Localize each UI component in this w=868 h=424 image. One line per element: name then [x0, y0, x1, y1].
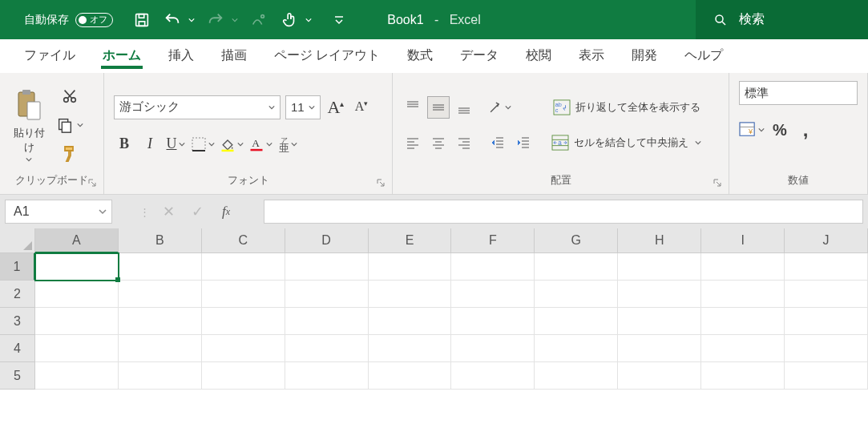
cell[interactable]	[35, 308, 119, 335]
shrink-font-button[interactable]: A▾	[351, 97, 372, 118]
cell[interactable]	[369, 308, 452, 335]
cell[interactable]	[451, 281, 535, 308]
insert-function-button[interactable]: fx	[216, 201, 236, 222]
cell[interactable]	[618, 253, 701, 281]
redo-button[interactable]	[204, 9, 227, 31]
cell[interactable]	[535, 335, 618, 362]
clipboard-dialog-launcher[interactable]	[86, 176, 99, 189]
select-all-corner[interactable]	[0, 228, 35, 253]
cell[interactable]	[202, 335, 285, 362]
cell[interactable]	[369, 335, 452, 362]
cell[interactable]	[35, 335, 119, 362]
cell[interactable]	[35, 362, 119, 390]
cell[interactable]	[701, 281, 785, 308]
font-dialog-launcher[interactable]	[374, 176, 387, 189]
tab-review[interactable]: 校閲	[524, 42, 553, 69]
cell[interactable]	[451, 335, 535, 362]
redo-caret[interactable]	[230, 9, 240, 31]
tab-help[interactable]: ヘルプ	[683, 42, 725, 69]
ink-replay-button[interactable]	[248, 9, 270, 31]
cell[interactable]	[451, 253, 535, 281]
row-header[interactable]: 1	[0, 253, 35, 281]
qat-customize-button[interactable]	[328, 9, 350, 31]
decrease-indent-button[interactable]	[487, 132, 508, 153]
formula-menu-icon[interactable]: ⋮	[139, 206, 150, 218]
cell[interactable]	[369, 253, 452, 281]
tab-home[interactable]: ホーム	[101, 42, 143, 69]
column-header[interactable]: B	[119, 228, 202, 253]
tab-developer[interactable]: 開発	[630, 42, 659, 69]
italic-button[interactable]: I	[139, 134, 160, 155]
cell[interactable]	[785, 362, 868, 390]
touch-caret[interactable]	[304, 9, 313, 31]
cell[interactable]	[369, 362, 452, 390]
touch-mode-button[interactable]	[278, 9, 301, 31]
tab-view[interactable]: 表示	[577, 42, 606, 69]
cell[interactable]	[119, 281, 202, 308]
cell[interactable]	[785, 281, 868, 308]
merge-center-button[interactable]: a セルを結合して中央揃え	[551, 132, 701, 153]
cut-button[interactable]	[56, 86, 83, 107]
cell[interactable]	[701, 362, 785, 390]
column-header[interactable]: D	[285, 228, 369, 253]
paste-button[interactable]: 貼り付け	[10, 87, 48, 163]
cell[interactable]	[451, 308, 535, 335]
cell[interactable]	[119, 308, 202, 335]
align-center-button[interactable]	[428, 132, 449, 153]
align-bottom-button[interactable]	[454, 97, 474, 118]
row-header[interactable]: 5	[0, 362, 35, 390]
cell[interactable]	[285, 335, 369, 362]
cell[interactable]	[119, 335, 202, 362]
grow-font-button[interactable]: A▴	[325, 97, 346, 118]
cell[interactable]	[535, 362, 618, 390]
cell[interactable]	[35, 253, 119, 281]
format-painter-button[interactable]	[56, 143, 83, 164]
cell[interactable]	[202, 308, 285, 335]
cell[interactable]	[701, 335, 785, 362]
border-button[interactable]	[191, 134, 215, 155]
percent-button[interactable]: %	[769, 119, 790, 140]
fill-color-button[interactable]	[220, 134, 244, 155]
undo-button[interactable]	[161, 9, 184, 31]
autosave-toggle[interactable]: 自動保存 オフ	[24, 13, 113, 27]
cell[interactable]	[618, 362, 701, 390]
cell[interactable]	[35, 281, 119, 308]
bold-button[interactable]: B	[114, 134, 135, 155]
cell[interactable]	[285, 281, 369, 308]
alignment-dialog-launcher[interactable]	[711, 176, 724, 189]
tab-file[interactable]: ファイル	[22, 42, 77, 69]
cell[interactable]	[285, 253, 369, 281]
cell[interactable]	[618, 281, 701, 308]
cell[interactable]	[202, 362, 285, 390]
align-top-button[interactable]	[402, 97, 423, 118]
align-left-button[interactable]	[402, 132, 423, 153]
cell[interactable]	[119, 362, 202, 390]
comma-button[interactable]: ,	[795, 119, 816, 140]
align-middle-button[interactable]	[428, 97, 449, 118]
increase-indent-button[interactable]	[513, 132, 534, 153]
cell[interactable]	[285, 308, 369, 335]
cell[interactable]	[202, 281, 285, 308]
column-header[interactable]: J	[785, 228, 868, 253]
tab-insert[interactable]: 挿入	[167, 42, 196, 69]
column-header[interactable]: G	[535, 228, 618, 253]
tab-data[interactable]: データ	[458, 42, 500, 69]
cell[interactable]	[618, 335, 701, 362]
row-header[interactable]: 2	[0, 281, 35, 308]
cell[interactable]	[785, 253, 868, 281]
cell[interactable]	[202, 253, 285, 281]
name-box[interactable]: A1	[5, 200, 112, 224]
cell[interactable]	[535, 308, 618, 335]
column-header[interactable]: C	[202, 228, 285, 253]
accounting-format-button[interactable]: ¥	[739, 119, 765, 140]
font-size-select[interactable]: 11	[285, 95, 321, 119]
font-name-select[interactable]: 游ゴシック	[114, 95, 281, 119]
row-header[interactable]: 4	[0, 335, 35, 362]
tab-page-layout[interactable]: ページ レイアウト	[273, 42, 382, 69]
column-header[interactable]: F	[451, 228, 535, 253]
search-box[interactable]: 検索	[696, 0, 868, 39]
cell[interactable]	[618, 308, 701, 335]
enter-formula-button[interactable]: ✓	[187, 201, 208, 222]
formula-input[interactable]	[264, 200, 863, 224]
number-format-select[interactable]: 標準	[739, 81, 858, 105]
